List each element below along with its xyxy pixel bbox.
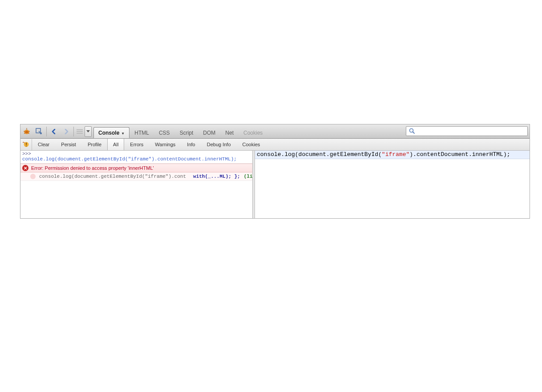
svg-point-1: [25, 131, 28, 133]
sub-label: Info: [187, 142, 195, 147]
panel-dropdown[interactable]: [85, 126, 92, 137]
filter-cookies-button[interactable]: Cookies: [237, 139, 266, 150]
stack-with: with(_...ML); };: [193, 174, 240, 179]
tab-dom[interactable]: DOM: [198, 127, 220, 138]
firebug-icon[interactable]: [21, 126, 32, 137]
filter-errors-button[interactable]: Errors: [124, 139, 149, 150]
console-error-row[interactable]: ✕ Error: Permission denied to access pro…: [20, 164, 252, 172]
sub-label: Warnings: [155, 142, 175, 147]
console-toolbar: Clear Persist Profile All Errors Warning…: [20, 139, 530, 151]
tab-css[interactable]: CSS: [154, 127, 175, 138]
tab-label: Script: [180, 130, 194, 136]
tab-label: Cookies: [243, 130, 263, 136]
console-prompt: >>>: [22, 151, 251, 156]
search-icon: [409, 128, 415, 134]
code-string-literal: "iframe": [382, 151, 409, 158]
tab-label: CSS: [159, 130, 170, 136]
command-editor-line[interactable]: console.log(document.getElementById("ifr…: [255, 151, 530, 159]
tab-cookies[interactable]: Cookies: [239, 127, 267, 138]
console-command-row[interactable]: >>> console.log(document.getElementById(…: [20, 151, 252, 164]
sub-label: Errors: [130, 142, 143, 147]
toolbar-divider: [46, 127, 47, 136]
search-input[interactable]: [417, 128, 525, 134]
console-output-pane[interactable]: >>> console.log(document.getElementById(…: [20, 151, 252, 218]
filter-warnings-button[interactable]: Warnings: [149, 139, 181, 150]
stack-code: console.log(document.getElementById("ifr…: [39, 174, 186, 179]
tab-script[interactable]: Script: [175, 127, 198, 138]
sub-label: Persist: [61, 142, 76, 147]
console-command-text: console.log(document.getElementById("ifr…: [22, 156, 251, 162]
sub-label: Debug Info: [207, 142, 231, 147]
chevron-down-icon: ▼: [121, 132, 125, 136]
tab-label: DOM: [203, 130, 215, 136]
filter-debug-button[interactable]: Debug Info: [201, 139, 237, 150]
command-editor-pane[interactable]: console.log(document.getElementById("ifr…: [255, 151, 530, 218]
tab-label: Net: [225, 130, 234, 136]
inspect-icon[interactable]: [33, 126, 45, 137]
main-toolbar: Console▼ HTML CSS Script DOM Net Cookies: [20, 124, 530, 139]
back-button[interactable]: [48, 126, 60, 137]
sub-label: All: [113, 142, 118, 147]
svg-rect-14: [26, 143, 27, 145]
clear-button[interactable]: Clear: [32, 139, 55, 150]
breakpoint-dot-icon[interactable]: [30, 174, 36, 179]
code-segment: console.log(document.getElementById(: [257, 151, 382, 158]
filter-all-button[interactable]: All: [107, 139, 124, 150]
filter-info-button[interactable]: Info: [181, 139, 201, 150]
sub-label: Cookies: [243, 142, 260, 147]
forward-button[interactable]: [61, 126, 72, 137]
search-box[interactable]: [406, 126, 528, 136]
split-panes: >>> console.log(document.getElementById(…: [20, 151, 530, 218]
error-icon: ✕: [22, 165, 28, 171]
tab-label: Console: [98, 130, 119, 136]
devtools-panel: Console▼ HTML CSS Script DOM Net Cookies…: [20, 124, 530, 219]
svg-rect-15: [26, 146, 27, 147]
sub-label: Clear: [38, 142, 49, 147]
break-on-error-icon[interactable]: [20, 139, 32, 150]
tab-console[interactable]: Console▼: [93, 127, 129, 138]
tab-net[interactable]: Net: [220, 127, 239, 138]
stack-line: (line 2): [244, 174, 252, 179]
tab-label: HTML: [134, 130, 149, 136]
toolbar-divider: [73, 127, 74, 136]
svg-line-12: [413, 132, 415, 134]
console-stack-row[interactable]: console.log(document.getElementById("ifr…: [20, 172, 252, 181]
main-tabs: Console▼ HTML CSS Script DOM Net Cookies: [93, 124, 267, 138]
error-message: Error: Permission denied to access prope…: [31, 165, 154, 171]
tab-html[interactable]: HTML: [129, 127, 154, 138]
profile-button[interactable]: Profile: [82, 139, 107, 150]
persist-button[interactable]: Persist: [55, 139, 82, 150]
sub-label: Profile: [88, 142, 101, 147]
code-segment: ).contentDocument.innerHTML);: [409, 151, 510, 158]
menu-lines-icon[interactable]: [75, 126, 84, 137]
